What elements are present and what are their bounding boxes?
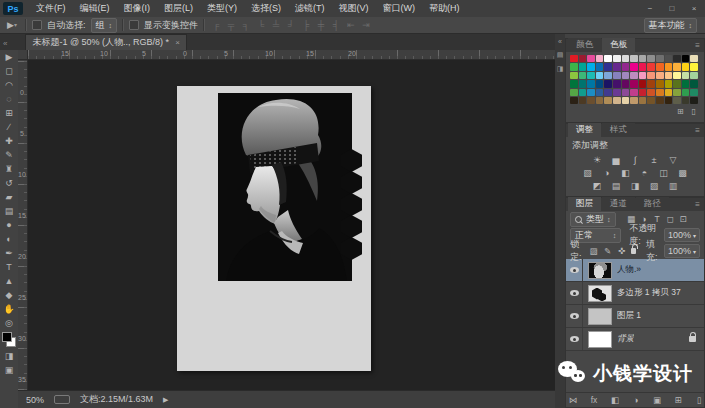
posterize-icon[interactable]: ▤ — [610, 180, 623, 191]
menu-item-5[interactable]: 选择(S) — [244, 0, 288, 17]
portrait-photo[interactable] — [218, 93, 352, 281]
color-swatch[interactable] — [639, 80, 647, 87]
color-swatch[interactable] — [682, 89, 690, 96]
color-swatch[interactable] — [587, 89, 595, 96]
maximize-button[interactable]: □ — [661, 0, 683, 17]
new-layer-icon[interactable]: ⊞ — [672, 395, 684, 405]
collapse-panels-icon[interactable]: « — [558, 38, 562, 45]
history-brush-tool-icon[interactable]: ↺ — [1, 176, 17, 190]
quick-mask-icon[interactable]: ◨ — [1, 349, 17, 363]
color-lookup-icon[interactable]: ▩ — [676, 167, 689, 178]
color-swatch[interactable] — [647, 80, 655, 87]
color-swatch[interactable] — [622, 80, 630, 87]
color-swatch[interactable] — [647, 55, 655, 62]
color-swatch[interactable] — [604, 89, 612, 96]
color-swatch[interactable] — [613, 72, 621, 79]
layer-row[interactable]: 图层 1 — [566, 305, 704, 328]
collapsed-history-panel-icon[interactable]: ▤ — [557, 51, 564, 59]
color-swatch[interactable] — [570, 89, 578, 96]
color-swatch[interactable] — [630, 97, 638, 104]
move-tool-icon[interactable]: ▶ — [1, 50, 17, 64]
type-tool-icon[interactable]: T — [1, 260, 17, 274]
workspace-dropdown[interactable]: 基本功能↕ — [644, 18, 698, 33]
color-swatch[interactable] — [665, 97, 673, 104]
shape-tool-icon[interactable]: ◆ — [1, 288, 17, 302]
color-swatch[interactable] — [673, 97, 681, 104]
color-swatch[interactable] — [587, 63, 595, 70]
vibrance-icon[interactable]: ▽ — [667, 154, 680, 165]
channel-mixer-icon[interactable]: ◫ — [657, 167, 670, 178]
visibility-eye-icon[interactable] — [566, 328, 583, 350]
opacity-dropdown[interactable]: 100%▾ — [664, 228, 700, 242]
filter-type-dropdown[interactable]: 类型↕ — [570, 212, 616, 227]
color-swatch[interactable] — [690, 89, 698, 96]
minimize-button[interactable]: − — [639, 0, 661, 17]
hue-saturation-icon[interactable]: ▧ — [581, 167, 594, 178]
document-tab[interactable]: 未标题-1 @ 50% (人物.., RGB/8) * × — [25, 34, 186, 50]
menu-item-0[interactable]: 文件(F) — [29, 0, 73, 17]
curves-icon[interactable]: ∫ — [629, 154, 642, 165]
color-swatch[interactable] — [639, 89, 647, 96]
color-swatch[interactable] — [665, 89, 673, 96]
foreground-color-chip[interactable] — [2, 332, 12, 342]
tab-swatches[interactable]: 色板 — [602, 38, 635, 52]
color-swatch[interactable] — [630, 63, 638, 70]
levels-icon[interactable]: ▅ — [610, 154, 623, 165]
new-group-icon[interactable]: ▣ — [651, 395, 663, 405]
color-swatch[interactable] — [690, 72, 698, 79]
canvas-area[interactable] — [28, 60, 555, 390]
threshold-icon[interactable]: ◨ — [629, 180, 642, 191]
tab-adjustments[interactable]: 调整 — [568, 123, 601, 137]
healing-brush-tool-icon[interactable]: ✚ — [1, 134, 17, 148]
panel-menu-icon[interactable]: ≡ — [695, 126, 704, 137]
tab-styles[interactable]: 样式 — [602, 123, 635, 137]
color-swatch[interactable] — [673, 63, 681, 70]
dodge-tool-icon[interactable]: ◐ — [1, 232, 17, 246]
color-swatch[interactable] — [647, 63, 655, 70]
close-tab-icon[interactable]: × — [175, 38, 180, 47]
color-swatch[interactable] — [604, 72, 612, 79]
color-swatch[interactable] — [622, 97, 630, 104]
color-swatch[interactable] — [587, 72, 595, 79]
color-swatch[interactable] — [613, 89, 621, 96]
color-swatch[interactable] — [639, 63, 647, 70]
color-swatch[interactable] — [630, 89, 638, 96]
shape-filter-icon[interactable]: ◻ — [665, 214, 676, 224]
color-swatch[interactable] — [613, 55, 621, 62]
color-swatch[interactable] — [604, 63, 612, 70]
status-popup-arrow-icon[interactable]: ▶ — [163, 396, 168, 404]
lock-pixels-icon[interactable]: ✎ — [602, 246, 613, 256]
delete-swatch-icon[interactable]: ▯ — [692, 107, 696, 116]
color-swatch[interactable] — [596, 55, 604, 62]
document-page[interactable] — [177, 86, 371, 371]
color-swatch[interactable] — [690, 97, 698, 104]
color-swatch[interactable] — [596, 89, 604, 96]
zoom-tool-icon[interactable]: ◎ — [1, 316, 17, 330]
auto-select-dropdown[interactable]: 组↕ — [91, 18, 118, 33]
color-swatch[interactable] — [682, 97, 690, 104]
layer-row[interactable]: 背景 — [566, 328, 704, 351]
color-swatch[interactable] — [570, 55, 578, 62]
color-swatch[interactable] — [656, 63, 664, 70]
brightness-contrast-icon[interactable]: ☀ — [591, 154, 604, 165]
color-swatch[interactable] — [673, 55, 681, 62]
menu-item-4[interactable]: 类型(Y) — [200, 0, 244, 17]
color-swatch[interactable] — [570, 97, 578, 104]
color-swatch[interactable] — [647, 97, 655, 104]
color-swatch[interactable] — [639, 97, 647, 104]
selective-color-icon[interactable]: ▨ — [648, 180, 661, 191]
tab-paths[interactable]: 路径 — [636, 197, 669, 211]
lock-all-icon[interactable] — [631, 248, 636, 254]
smartobject-filter-icon[interactable]: ⊡ — [678, 214, 689, 224]
color-swatch[interactable] — [639, 72, 647, 79]
zoom-level[interactable]: 50% — [26, 395, 44, 405]
path-selection-tool-icon[interactable]: ▲ — [1, 274, 17, 288]
menu-item-3[interactable]: 图层(L) — [157, 0, 200, 17]
color-swatch[interactable] — [596, 72, 604, 79]
invert-icon[interactable]: ◩ — [591, 180, 604, 191]
color-swatch[interactable] — [630, 72, 638, 79]
layer-row[interactable]: 多边形 1 拷贝 37 — [566, 282, 704, 305]
new-adjustment-icon[interactable]: ◑ — [630, 395, 642, 405]
menu-item-7[interactable]: 视图(V) — [332, 0, 376, 17]
link-layers-icon[interactable]: ⋈ — [567, 395, 579, 405]
